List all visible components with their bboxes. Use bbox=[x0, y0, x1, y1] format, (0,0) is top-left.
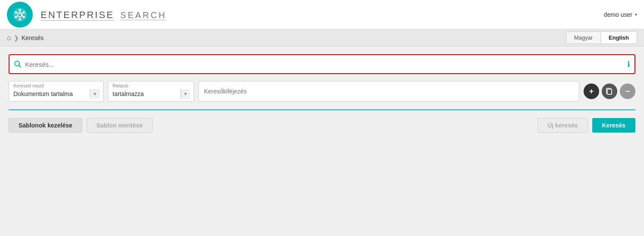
copy-filter-button[interactable] bbox=[602, 84, 617, 99]
lang-english-button[interactable]: English bbox=[601, 32, 637, 43]
user-label: demo user bbox=[604, 11, 632, 18]
home-icon[interactable]: ⌂ bbox=[7, 34, 11, 42]
breadcrumb-separator: ❯ bbox=[14, 34, 19, 41]
field-select[interactable]: Keresett mező Dokumentum tartalma ▾ bbox=[9, 81, 104, 102]
svg-point-4 bbox=[22, 16, 25, 18]
bottom-row: Sablonok kezelése Sablon mentése Új kere… bbox=[9, 118, 635, 133]
search-box-wrapper: ℹ bbox=[9, 54, 635, 74]
brand-title: ENTERPRISE SEARCH bbox=[39, 8, 166, 21]
svg-line-12 bbox=[19, 65, 21, 68]
remove-filter-button[interactable]: − bbox=[620, 84, 635, 99]
main-content: ℹ Keresett mező Dokumentum tartalma ▾ Re… bbox=[0, 47, 644, 140]
app-logo bbox=[7, 2, 33, 28]
manage-templates-button[interactable]: Sablonok kezelése bbox=[9, 118, 82, 133]
breadcrumb-bar: ⌂ ❯ Keresés Magyar English bbox=[0, 29, 644, 47]
relation-value: tartalmazza bbox=[113, 90, 176, 97]
svg-point-2 bbox=[19, 9, 21, 11]
search-input[interactable] bbox=[25, 61, 627, 68]
user-dropdown-arrow: ▾ bbox=[635, 12, 637, 17]
svg-point-7 bbox=[15, 11, 17, 13]
save-template-button[interactable]: Sablon mentése bbox=[87, 118, 153, 133]
add-filter-button[interactable]: + bbox=[584, 84, 599, 99]
relation-label: Reláció bbox=[108, 81, 194, 88]
action-icons: + − bbox=[584, 84, 635, 99]
relation-select[interactable]: Reláció tartalmazza ▾ bbox=[108, 81, 194, 102]
user-menu[interactable]: demo user ▾ bbox=[604, 11, 637, 18]
language-switcher: Magyar English bbox=[566, 31, 637, 44]
svg-point-3 bbox=[22, 11, 25, 13]
svg-point-5 bbox=[19, 18, 21, 20]
breadcrumb-current: Keresés bbox=[22, 34, 44, 41]
filter-row: Keresett mező Dokumentum tartalma ▾ Relá… bbox=[9, 81, 635, 102]
field-dropdown-arrow[interactable]: ▾ bbox=[90, 89, 100, 99]
relation-dropdown-arrow[interactable]: ▾ bbox=[180, 89, 190, 99]
info-icon[interactable]: ℹ bbox=[627, 59, 630, 69]
svg-point-6 bbox=[15, 16, 17, 18]
app-header: ENTERPRISE SEARCH demo user ▾ bbox=[0, 0, 644, 29]
field-value: Dokumentum tartalma bbox=[13, 90, 85, 97]
search-button[interactable]: Keresés bbox=[592, 118, 636, 133]
svg-rect-15 bbox=[607, 89, 612, 94]
lang-magyar-button[interactable]: Magyar bbox=[566, 32, 601, 43]
search-icon bbox=[14, 60, 22, 68]
expression-input[interactable] bbox=[198, 81, 579, 102]
field-label: Keresett mező bbox=[9, 81, 103, 88]
section-divider bbox=[9, 109, 635, 110]
new-search-button[interactable]: Új keresés bbox=[537, 118, 587, 133]
